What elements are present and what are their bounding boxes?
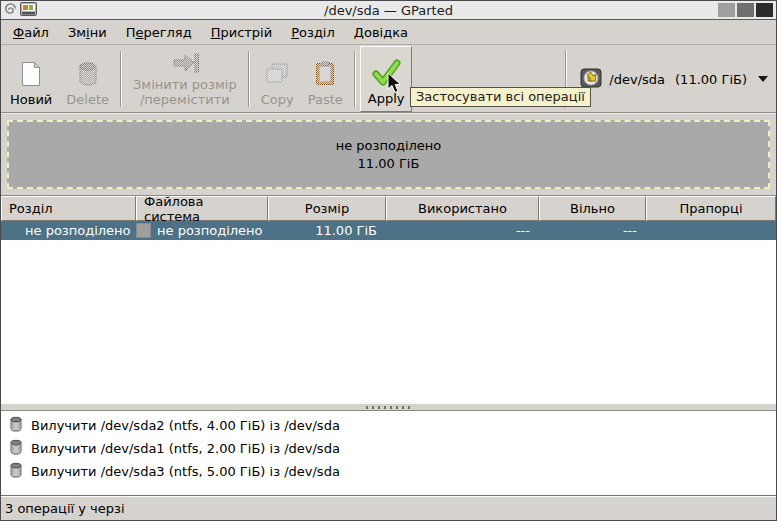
delete-button-label: Delete xyxy=(66,93,109,108)
operation-text: Вилучити /dev/sda2 (ntfs, 4.00 ГіБ) із /… xyxy=(31,418,340,433)
table-header-row: Розділ Файлова система Розмір Використан… xyxy=(1,196,776,221)
menu-view[interactable]: Перегляд xyxy=(124,23,194,42)
window-title: /dev/sda — GParted xyxy=(1,3,776,18)
copy-button-label: Copy xyxy=(261,93,294,108)
resize-button-label: Змінити розмір /перемістити xyxy=(133,78,237,108)
menu-device-label: Пристрій xyxy=(211,25,273,40)
operation-text: Вилучити /dev/sda3 (ntfs, 5.00 ГіБ) із /… xyxy=(31,464,340,479)
row-free: --- xyxy=(539,221,646,240)
apply-checkmark-icon xyxy=(370,57,402,89)
delete-operation-icon xyxy=(9,416,23,435)
header-partition: Розділ xyxy=(1,196,136,221)
row-size: 11.00 ГіБ xyxy=(268,221,386,240)
close-button[interactable] xyxy=(756,3,773,17)
copy-button: Copy xyxy=(254,46,301,112)
menu-file-label: Файл xyxy=(13,25,49,40)
paste-button-label: Paste xyxy=(308,93,343,108)
operation-text: Вилучити /dev/sda1 (ntfs, 2.00 ГіБ) із /… xyxy=(31,441,340,456)
menu-edit[interactable]: Зміни xyxy=(66,23,109,42)
grip-dots-icon xyxy=(366,406,412,409)
maximize-button[interactable] xyxy=(737,3,754,17)
unallocated-label: не розподілено xyxy=(336,137,442,155)
menu-edit-label: Зміни xyxy=(68,25,107,40)
menu-partition-label: Розділ xyxy=(291,25,335,40)
toolbar-separator xyxy=(354,51,356,107)
new-partition-button[interactable]: Новий xyxy=(3,46,59,112)
header-free: Вільно xyxy=(539,196,646,221)
gparted-window: /dev/sda — GParted Файл Зміни Перегляд П… xyxy=(0,0,777,521)
partition-table: Розділ Файлова система Розмір Використан… xyxy=(1,195,776,403)
delete-operation-icon xyxy=(9,462,23,481)
device-size: (11.00 ГіБ) xyxy=(675,72,747,87)
minimize-button[interactable] xyxy=(718,3,735,17)
new-button-label: Новий xyxy=(10,93,52,108)
apply-button[interactable]: Apply xyxy=(360,46,413,112)
menu-help-label: Довідка xyxy=(354,25,408,40)
delete-partition-button: Delete xyxy=(59,46,116,112)
apply-button-label: Apply xyxy=(368,92,405,107)
row-partition-name: не розподілено xyxy=(1,221,136,240)
row-filesystem: не розподілено xyxy=(157,223,263,238)
filesystem-color-swatch xyxy=(136,223,151,238)
statusbar: 3 операції у черзі xyxy=(1,495,776,520)
toolbar-separator xyxy=(120,51,122,107)
menu-help[interactable]: Довідка xyxy=(352,23,410,42)
new-document-icon xyxy=(19,58,43,90)
header-flags: Прапорці xyxy=(646,196,776,221)
menu-device[interactable]: Пристрій xyxy=(209,23,275,42)
operation-item: Вилучити /dev/sda3 (ntfs, 5.00 ГіБ) із /… xyxy=(1,460,776,483)
operation-item: Вилучити /dev/sda2 (ntfs, 4.00 ГіБ) із /… xyxy=(1,414,776,437)
row-used: --- xyxy=(386,221,539,240)
statusbar-text: 3 операції у черзі xyxy=(5,501,125,516)
device-path: /dev/sda xyxy=(609,72,665,87)
disk-visual-area: не розподілено 11.00 ГіБ xyxy=(1,113,776,195)
menu-partition[interactable]: Розділ xyxy=(289,23,337,42)
delete-operation-icon xyxy=(9,439,23,458)
header-used: Використано xyxy=(386,196,539,221)
menu-view-label: Перегляд xyxy=(126,25,192,40)
apply-tooltip: Застосувати всі операції xyxy=(410,87,591,107)
operations-pane: Вилучити /dev/sda2 (ntfs, 4.00 ГіБ) із /… xyxy=(1,411,776,495)
table-row-unallocated[interactable]: не розподілено не розподілено 11.00 ГіБ … xyxy=(1,221,776,240)
paste-button: Paste xyxy=(301,46,350,112)
header-filesystem: Файлова система xyxy=(136,196,268,221)
paste-icon xyxy=(314,58,336,90)
gparted-app-icon xyxy=(20,2,37,19)
operation-item: Вилучити /dev/sda1 (ntfs, 2.00 ГіБ) із /… xyxy=(1,437,776,460)
delete-icon xyxy=(77,58,99,90)
toolbar: Новий Delete Змінити розмір /перемістити… xyxy=(1,45,776,113)
unallocated-partition-box[interactable]: не розподілено 11.00 ГіБ xyxy=(7,120,770,189)
toolbar-separator xyxy=(248,51,250,107)
copy-icon xyxy=(264,58,290,90)
unallocated-size: 11.00 ГіБ xyxy=(358,155,420,173)
pane-resize-handle[interactable] xyxy=(1,403,776,411)
header-size: Розмір xyxy=(268,196,386,221)
menubar: Файл Зміни Перегляд Пристрій Розділ Дові… xyxy=(1,20,776,45)
resize-move-button: Змінити розмір /перемістити xyxy=(126,46,244,112)
row-flags xyxy=(646,221,776,240)
window-menu-swirl-icon[interactable] xyxy=(4,2,17,18)
chevron-down-icon[interactable] xyxy=(758,76,768,82)
resize-arrow-icon xyxy=(170,51,200,75)
titlebar: /dev/sda — GParted xyxy=(1,1,776,20)
menu-file[interactable]: Файл xyxy=(11,23,51,42)
